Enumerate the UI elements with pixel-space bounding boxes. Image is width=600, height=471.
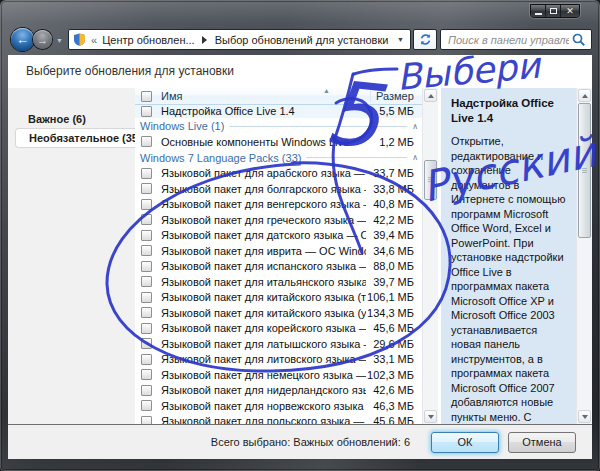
scroll-down-icon — [582, 415, 588, 422]
maximize-button[interactable] — [546, 5, 561, 17]
refresh-button[interactable] — [413, 29, 437, 50]
update-name: Надстройка Office Live 1.4 — [161, 105, 366, 117]
group-label: Windows 7 Language Packs (33) — [140, 152, 301, 164]
group-label: Windows Live (1) — [140, 120, 224, 132]
list-scrollbar-thumb[interactable] — [424, 160, 437, 200]
breadcrumb-root[interactable]: Центр обновлен... — [102, 34, 195, 46]
update-size: 33,8 МБ — [366, 183, 422, 195]
search-input[interactable] — [441, 34, 571, 46]
column-header-name[interactable]: Имя — [161, 90, 370, 102]
update-size: 134,3 МБ — [366, 307, 422, 319]
update-row[interactable]: Языковой пакет для венгерского языка — О… — [135, 197, 422, 213]
details-scrollbar-thumb[interactable] — [578, 103, 591, 238]
collapse-chevron-icon[interactable]: ∧ — [412, 122, 422, 131]
update-row[interactable]: Языковой пакет для нидерландского языка … — [135, 383, 422, 399]
scroll-up-button[interactable] — [424, 89, 437, 102]
update-row[interactable]: Языковой пакет для корейского языка — ОС… — [135, 321, 422, 337]
refresh-icon — [419, 33, 432, 46]
details-description: Открытие, редактирование и сохранение до… — [451, 134, 569, 424]
update-checkbox[interactable] — [141, 199, 152, 210]
update-row[interactable]: Языковой пакет для польского языка — ОС … — [135, 414, 422, 425]
forward-button[interactable]: → — [33, 30, 52, 49]
update-row[interactable]: Языковой пакет для греческого языка — ОС… — [135, 212, 422, 228]
update-size: 42,6 МБ — [366, 384, 422, 396]
update-checkbox[interactable] — [141, 230, 152, 241]
list-header: Имя ▲ Размер — [135, 88, 422, 105]
update-checkbox[interactable] — [141, 416, 152, 424]
update-checkbox[interactable] — [141, 354, 152, 365]
update-name: Языковой пакет для литовского языка — ОС… — [161, 353, 366, 365]
update-row[interactable]: Языковой пакет для иврита — ОС Windows 7… — [135, 243, 422, 259]
update-row[interactable]: Языковой пакет для латышского языка — ОС… — [135, 336, 422, 352]
address-bar[interactable]: « Центр обновлен... Выбор обновлений для… — [68, 29, 411, 50]
address-dropdown-icon[interactable]: ▼ — [391, 36, 410, 43]
update-checkbox[interactable] — [141, 307, 152, 318]
scroll-down-icon — [428, 415, 434, 422]
update-checkbox[interactable] — [141, 400, 152, 411]
update-name: Языковой пакет для итальянского языка — … — [161, 276, 366, 288]
minimize-button[interactable] — [531, 5, 546, 17]
window: ✕ ← → ▼ « Центр обновлен... Выбор обновл… — [0, 0, 600, 471]
update-size: 29,6 МБ — [366, 338, 422, 350]
update-checkbox[interactable] — [141, 323, 152, 334]
update-name: Основные компоненты Windows Live — [161, 136, 366, 148]
page-title: Выберите обновления для установки — [8, 55, 592, 78]
collapse-chevron-icon[interactable]: ∧ — [412, 153, 422, 162]
update-name: Языковой пакет для корейского языка — ОС… — [161, 322, 366, 334]
update-row[interactable]: Языковой пакет для итальянского языка — … — [135, 274, 422, 290]
update-row[interactable]: Языковой пакет для испанского языка — ОС… — [135, 259, 422, 275]
update-row[interactable]: Языковой пакет для болгарского языка — О… — [135, 181, 422, 197]
update-name: Языковой пакет для венгерского языка — О… — [161, 198, 366, 210]
update-checkbox[interactable] — [141, 276, 152, 287]
update-row[interactable]: Основные компоненты Windows Live1,2 МБ — [135, 134, 422, 150]
ok-button[interactable]: ОК — [431, 432, 499, 453]
update-checkbox[interactable] — [141, 168, 152, 179]
update-checkbox[interactable] — [141, 106, 152, 117]
update-checkbox[interactable] — [141, 369, 152, 380]
update-checkbox[interactable] — [141, 136, 152, 147]
update-checkbox[interactable] — [141, 385, 152, 396]
update-checkbox[interactable] — [141, 245, 152, 256]
scroll-down-button[interactable] — [424, 410, 437, 423]
updates-list-panel: Имя ▲ Размер Надстройка Office Live 1.45… — [135, 88, 438, 424]
update-row[interactable]: Языковой пакет для литовского языка — ОС… — [135, 352, 422, 368]
history-chevron-icon[interactable]: ▼ — [56, 37, 63, 44]
update-row[interactable]: Надстройка Office Live 1.45,5 МБ — [135, 105, 422, 118]
update-name: Языковой пакет для нидерландского языка … — [161, 384, 366, 396]
sidebar-item[interactable]: Важное (6) — [8, 110, 135, 128]
update-checkbox[interactable] — [141, 338, 152, 349]
group-header: Windows Live (1)∧ — [135, 118, 422, 134]
breadcrumb-overflow-chevron[interactable]: « — [91, 34, 97, 46]
update-checkbox[interactable] — [141, 261, 152, 272]
update-size: 45,6 МБ — [366, 415, 422, 424]
group-header: Windows 7 Language Packs (33)∧ — [135, 150, 422, 166]
update-size: 46,3 МБ — [366, 400, 422, 412]
select-all-checkbox[interactable] — [141, 91, 152, 102]
update-size: 5,5 МБ — [366, 105, 422, 117]
update-row[interactable]: Языковой пакет для арабского языка — ОС … — [135, 166, 422, 182]
close-icon: ✕ — [566, 7, 574, 16]
close-button[interactable]: ✕ — [561, 5, 579, 17]
update-name: Языковой пакет для норвежского языка — О… — [161, 400, 366, 412]
update-checkbox[interactable] — [141, 183, 152, 194]
column-header-size[interactable]: Размер — [370, 90, 422, 102]
sidebar-item[interactable]: Необязательное (35) — [15, 128, 135, 148]
back-button[interactable]: ← — [11, 28, 34, 51]
details-scroll-down-button[interactable] — [578, 410, 591, 423]
update-checkbox[interactable] — [141, 214, 152, 225]
list-scrollbar[interactable] — [422, 88, 438, 424]
details-scrollbar[interactable] — [576, 88, 592, 424]
update-checkbox[interactable] — [141, 292, 152, 303]
update-row[interactable]: Языковой пакет для китайского языка (упр… — [135, 305, 422, 321]
update-row[interactable]: Языковой пакет для немецкого языка — ОС … — [135, 367, 422, 383]
breadcrumb-current[interactable]: Выбор обновлений для установки — [215, 34, 389, 46]
update-row[interactable]: Языковой пакет для датского языка — ОС W… — [135, 228, 422, 244]
details-scroll-up-button[interactable] — [578, 89, 591, 102]
update-row[interactable]: Языковой пакет для норвежского языка — О… — [135, 398, 422, 414]
cancel-button[interactable]: Отмена — [508, 432, 576, 453]
group-divider — [306, 157, 407, 158]
dialog-content: Важное (6)Необязательное (35) Имя ▲ Разм… — [8, 88, 592, 424]
update-row[interactable]: Языковой пакет для китайского языка (тра… — [135, 290, 422, 306]
search-icon[interactable] — [571, 32, 587, 48]
update-size: 40,8 МБ — [366, 198, 422, 210]
